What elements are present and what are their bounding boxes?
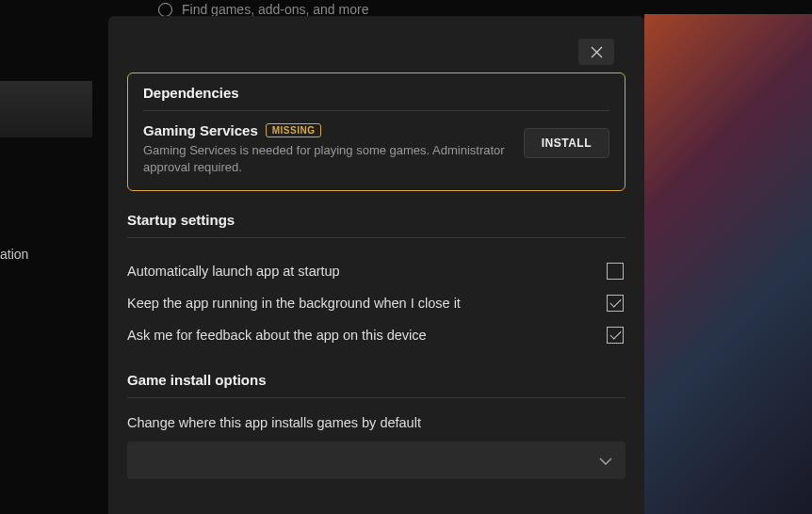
option-label: Ask me for feedback about the app on thi… [127, 328, 427, 343]
search-placeholder: Find games, add-ons, and more [182, 2, 368, 17]
startup-option-feedback: Ask me for feedback about the app on thi… [127, 319, 625, 351]
checkbox-keep-running[interactable] [607, 295, 624, 312]
divider [143, 110, 609, 111]
startup-section: Startup settings Automatically launch ap… [127, 212, 625, 351]
install-location-dropdown[interactable] [127, 442, 625, 479]
game-install-heading: Game install options [127, 372, 625, 388]
search-bar[interactable]: Find games, add-ons, and more [158, 0, 368, 16]
dependency-item: Gaming Services MISSING Gaming Services … [143, 122, 609, 175]
game-install-section: Game install options Change where this a… [127, 372, 625, 479]
startup-option-background: Keep the app running in the background w… [127, 287, 625, 319]
divider [127, 237, 625, 238]
option-label: Automatically launch app at startup [127, 264, 340, 279]
sidebar-partial-text: ation [0, 247, 28, 262]
close-icon [591, 46, 603, 58]
close-button[interactable] [578, 39, 614, 65]
dependencies-panel: Dependencies Gaming Services MISSING Gam… [127, 72, 625, 191]
settings-modal: Dependencies Gaming Services MISSING Gam… [108, 16, 644, 514]
chevron-down-icon [599, 452, 612, 469]
checkbox-launch-at-startup[interactable] [607, 263, 624, 280]
startup-option-launch: Automatically launch app at startup [127, 255, 625, 287]
dependencies-heading: Dependencies [143, 85, 609, 101]
option-label: Keep the app running in the background w… [127, 296, 461, 311]
dependency-name: Gaming Services [143, 122, 258, 138]
divider [127, 397, 625, 398]
dependency-description: Gaming Services is needed for playing so… [143, 142, 512, 175]
background-game-art [644, 14, 812, 514]
checkbox-feedback[interactable] [607, 327, 624, 344]
install-button[interactable]: INSTALL [524, 128, 609, 158]
sidebar-bg [0, 81, 92, 137]
startup-heading: Startup settings [127, 212, 625, 228]
install-location-label: Change where this app installs games by … [127, 415, 625, 430]
status-badge: MISSING [266, 123, 322, 137]
search-icon [158, 3, 172, 17]
